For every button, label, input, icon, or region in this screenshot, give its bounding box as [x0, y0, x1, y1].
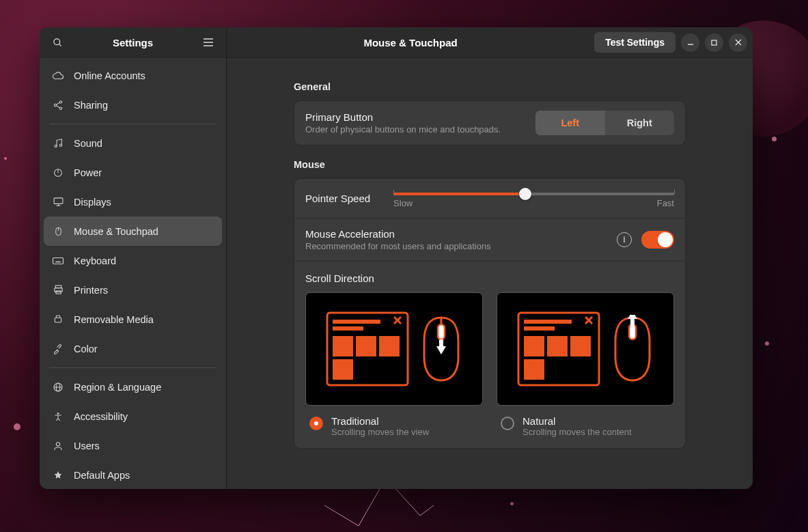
- sidebar-item-label: Mouse & Touchpad: [74, 226, 158, 237]
- sidebar-item-color[interactable]: Color: [44, 334, 222, 363]
- search-button[interactable]: [49, 34, 66, 51]
- svg-rect-50: [439, 339, 443, 348]
- sidebar-item-label: Displays: [74, 197, 111, 208]
- radio-icon: [501, 417, 514, 430]
- sidebar-list: Online AccountsSharingSoundPowerDisplays…: [40, 58, 226, 489]
- section-label-general: General: [294, 81, 686, 92]
- primary-right-button[interactable]: Right: [605, 111, 675, 135]
- power-icon: [52, 167, 64, 179]
- sidebar-item-label: Removable Media: [74, 314, 154, 325]
- svg-rect-63: [630, 318, 635, 326]
- hamburger-button[interactable]: [200, 34, 217, 51]
- sidebar-item-sharing[interactable]: Sharing: [44, 90, 222, 120]
- eyedropper-icon: [52, 343, 64, 355]
- scroll-radio-traditional[interactable]: Traditional Scrolling moves the view: [305, 415, 483, 437]
- display-icon: [52, 196, 64, 208]
- svg-rect-28: [55, 318, 61, 322]
- sidebar-separator: [49, 367, 217, 368]
- sidebar-item-label: Power: [74, 167, 102, 178]
- sidebar-item-displays[interactable]: Displays: [44, 187, 222, 216]
- primary-button-row: Primary Button Order of physical buttons…: [294, 101, 685, 145]
- sidebar-item-label: Keyboard: [74, 255, 116, 266]
- sidebar-item-keyboard[interactable]: Keyboard: [44, 246, 222, 275]
- sidebar-item-mouse[interactable]: Mouse & Touchpad: [44, 216, 222, 246]
- sidebar-item-label: Sound: [74, 138, 102, 149]
- sidebar-item-default-apps[interactable]: Default Apps: [44, 460, 222, 489]
- background-star: [14, 423, 20, 430]
- primary-left-button[interactable]: Left: [535, 111, 605, 135]
- svg-rect-55: [524, 326, 555, 331]
- svg-rect-59: [524, 359, 544, 380]
- mouse-icon: [52, 225, 64, 238]
- sidebar-item-power[interactable]: Power: [44, 158, 222, 187]
- svg-rect-41: [333, 320, 380, 324]
- accessibility-icon: [52, 410, 64, 423]
- background-star: [4, 157, 7, 160]
- sidebar-item-region[interactable]: Region & Language: [44, 372, 222, 402]
- sidebar-item-sound[interactable]: Sound: [44, 128, 222, 158]
- primary-button-title: Primary Button: [305, 111, 526, 123]
- svg-rect-57: [547, 336, 568, 356]
- sidebar: Settings Online AccountsSharingSoundPowe…: [40, 27, 227, 489]
- svg-rect-46: [333, 359, 353, 380]
- general-card: Primary Button Order of physical buttons…: [294, 100, 686, 145]
- svg-point-33: [56, 442, 59, 445]
- radio-sublabel: Scrolling moves the content: [523, 427, 632, 437]
- sidebar-item-label: Region & Language: [74, 382, 161, 393]
- svg-line-8: [56, 102, 59, 104]
- sidebar-item-label: Online Accounts: [74, 70, 145, 81]
- main-body: General Primary Button Order of physical…: [227, 58, 753, 489]
- svg-line-9: [56, 105, 59, 107]
- sidebar-item-printers[interactable]: Printers: [44, 275, 222, 305]
- svg-rect-54: [524, 320, 572, 324]
- primary-button-subtitle: Order of physical buttons on mice and to…: [305, 124, 526, 135]
- mouse-accel-row: Mouse Acceleration Recommended for most …: [294, 219, 685, 262]
- slider-fill: [393, 193, 525, 195]
- keyboard-icon: [52, 255, 64, 267]
- close-button[interactable]: [729, 33, 747, 52]
- sidebar-item-label: Accessibility: [74, 411, 128, 422]
- svg-point-10: [55, 145, 57, 147]
- maximize-button[interactable]: [705, 33, 723, 52]
- hamburger-icon: [204, 38, 213, 46]
- svg-rect-48: [438, 324, 445, 339]
- slider-thumb[interactable]: [519, 188, 531, 200]
- sidebar-separator: [49, 124, 217, 124]
- svg-rect-27: [55, 291, 60, 294]
- radio-label: Traditional: [331, 415, 429, 427]
- sidebar-header: Settings: [40, 27, 226, 58]
- test-settings-button[interactable]: Test Settings: [594, 32, 675, 53]
- mouse-accel-subtitle: Recommended for most users and applicati…: [305, 241, 607, 251]
- sidebar-item-label: Color: [74, 344, 98, 354]
- pointer-speed-title: Pointer Speed: [305, 193, 370, 204]
- sidebar-item-users[interactable]: Users: [44, 431, 222, 460]
- sidebar-item-label: Default Apps: [74, 470, 130, 481]
- radio-sublabel: Scrolling moves the view: [331, 427, 429, 437]
- close-icon: [735, 39, 742, 46]
- mouse-accel-switch[interactable]: [641, 231, 674, 249]
- svg-rect-58: [570, 336, 591, 356]
- svg-point-32: [57, 412, 59, 415]
- scroll-diagram-traditional[interactable]: [305, 292, 483, 406]
- pointer-speed-slider[interactable]: Slow Fast: [393, 188, 674, 208]
- sidebar-item-online-accounts[interactable]: Online Accounts: [44, 61, 222, 90]
- user-icon: [52, 440, 64, 452]
- scroll-diagram-natural[interactable]: [497, 292, 674, 406]
- sidebar-item-accessibility[interactable]: Accessibility: [44, 402, 222, 431]
- svg-point-0: [53, 38, 59, 44]
- background-star: [510, 502, 514, 505]
- scroll-radio-natural[interactable]: Natural Scrolling moves the content: [497, 415, 674, 437]
- mouse-card: Pointer Speed Slow Fast: [294, 178, 686, 449]
- globe-icon: [52, 381, 64, 393]
- switch-knob: [658, 232, 673, 247]
- primary-button-segmented: Left Right: [535, 111, 674, 135]
- scroll-mouse-down-icon: [420, 315, 462, 383]
- info-icon[interactable]: i: [617, 232, 632, 247]
- sidebar-item-removable[interactable]: Removable Media: [44, 305, 222, 334]
- svg-rect-19: [53, 257, 64, 264]
- radio-icon: [309, 417, 323, 430]
- search-icon: [53, 38, 63, 48]
- slider-label-slow: Slow: [393, 198, 413, 208]
- minimize-button[interactable]: [681, 33, 699, 52]
- svg-rect-42: [333, 326, 363, 331]
